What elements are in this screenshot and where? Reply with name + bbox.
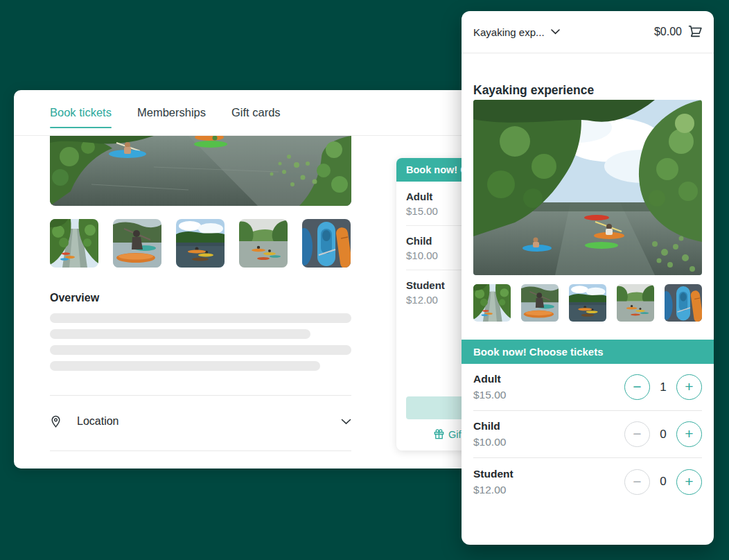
ticket-name: Child — [473, 420, 506, 432]
quantity-stepper: − 0 + — [624, 469, 702, 495]
ticket-row: Adult $15.00 — [406, 182, 464, 226]
ticket-list: Adult $15.00 − 1 + Child $10.00 − 0 + St… — [473, 364, 702, 505]
ticket-row: Student $12.00 − 0 + — [473, 458, 702, 505]
hero-photo[interactable] — [50, 136, 351, 206]
decrease-button[interactable]: − — [624, 469, 650, 495]
thumbnail-river[interactable] — [473, 284, 511, 322]
increase-button[interactable]: + — [676, 374, 702, 400]
ticket-name: Student — [473, 468, 513, 480]
ticket-row: Adult $15.00 − 1 + — [473, 364, 702, 411]
text-skeleton-line — [50, 313, 351, 323]
ticket-price: $12.00 — [406, 294, 464, 306]
text-skeleton-line — [50, 329, 310, 339]
ticket-row: Child $10.00 — [406, 226, 464, 270]
tab-memberships[interactable]: Memberships — [137, 106, 206, 119]
quantity-value: 0 — [656, 475, 670, 489]
ticket-name: Child — [406, 235, 464, 247]
thumbnail-lake[interactable] — [569, 284, 606, 322]
location-pin-icon — [50, 415, 62, 428]
chevron-down-icon — [341, 419, 351, 425]
cart-icon — [687, 25, 703, 39]
increase-button[interactable]: + — [676, 469, 702, 495]
thumbnail-river[interactable] — [50, 219, 98, 268]
decrease-button[interactable]: − — [624, 374, 650, 400]
ticket-row: Student $12.00 — [406, 270, 464, 314]
ticket-name: Student — [406, 279, 464, 291]
ticket-name: Adult — [473, 373, 506, 385]
text-skeleton-line — [50, 361, 320, 371]
thumbnail-kayaks-closeup[interactable] — [302, 219, 351, 268]
location-label: Location — [77, 415, 326, 428]
gift-link[interactable]: Gift — [433, 428, 464, 440]
ticket-price: $15.00 — [473, 389, 506, 401]
text-skeleton-line — [50, 345, 351, 355]
ticket-price: $10.00 — [473, 436, 506, 448]
thumbnail-kayaker[interactable] — [521, 284, 559, 322]
experience-title: Kayaking experience — [473, 83, 594, 98]
experience-photo[interactable] — [473, 100, 702, 275]
section-divider — [50, 395, 351, 396]
section-divider — [50, 450, 351, 451]
ticket-price: $12.00 — [473, 484, 513, 496]
increase-button[interactable]: + — [676, 421, 702, 447]
experience-selector-label: Kayaking exp... — [473, 26, 545, 38]
quantity-value: 1 — [656, 380, 670, 394]
thumbnail-kayaker[interactable] — [113, 219, 161, 268]
gallery-thumbnails — [50, 219, 351, 268]
checkout-overlay-panel: Kayaking exp... $0.00 Kayaking experienc… — [462, 11, 714, 545]
choose-tickets-banner: Book now! Choose tickets — [462, 340, 714, 364]
thumbnail-group-paddle[interactable] — [239, 219, 288, 268]
quantity-stepper: − 0 + — [624, 421, 702, 447]
tab-gift-cards[interactable]: Gift cards — [231, 106, 281, 119]
tab-book-tickets[interactable]: Book tickets — [50, 106, 112, 119]
quantity-value: 0 — [656, 428, 670, 441]
experience-selector[interactable]: Kayaking exp... — [473, 26, 560, 38]
ticket-name: Adult — [406, 191, 464, 202]
gallery-thumbnails — [473, 284, 702, 322]
thumbnail-lake[interactable] — [176, 219, 225, 268]
quantity-stepper: − 1 + — [624, 374, 702, 400]
thumbnail-kayaks-closeup[interactable] — [665, 284, 702, 322]
decrease-button[interactable]: − — [624, 421, 650, 447]
overview-heading: Overview — [50, 292, 99, 304]
thumbnail-group-paddle[interactable] — [617, 284, 654, 322]
ticket-price: $15.00 — [406, 205, 464, 217]
location-accordion[interactable]: Location — [50, 398, 351, 445]
ticket-row: Child $10.00 − 0 + — [473, 411, 702, 458]
tab-bar: Book tickets Memberships Gift cards — [14, 90, 485, 136]
chevron-down-icon — [551, 29, 560, 35]
ticket-price: $10.00 — [406, 250, 464, 261]
cart-button[interactable]: $0.00 — [654, 25, 703, 39]
gift-icon — [433, 428, 445, 440]
cart-total: $0.00 — [654, 26, 682, 38]
overlay-header: Kayaking exp... $0.00 — [462, 11, 714, 53]
